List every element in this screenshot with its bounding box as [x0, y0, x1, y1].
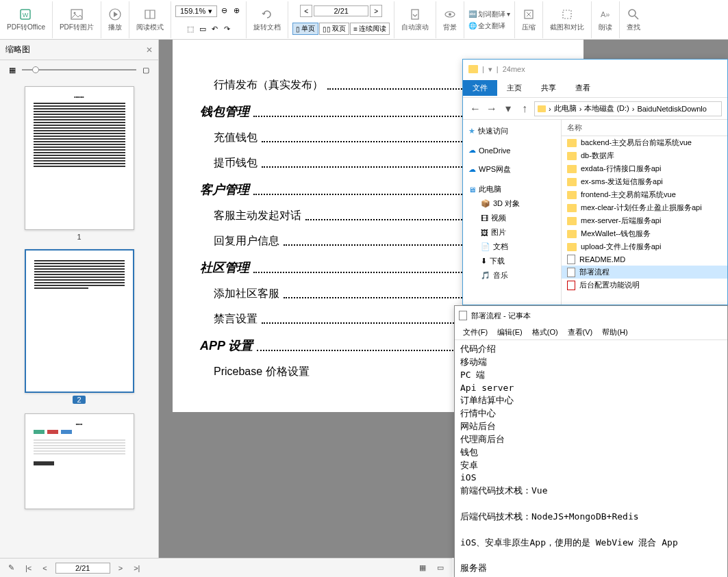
page-input[interactable] — [314, 5, 368, 16]
tree-pic[interactable]: 🖼图片 — [466, 225, 558, 240]
file-row[interactable]: backend-主交易后台前端系统vue — [562, 136, 727, 149]
find-button[interactable]: 查找 — [623, 6, 644, 34]
rotate-right-icon[interactable]: ↷ — [222, 23, 233, 34]
rotate-button[interactable]: 旋转文档 — [249, 6, 285, 34]
file-row[interactable]: 后台配置功能说明 — [562, 279, 727, 292]
address-bar[interactable]: ›此电脑 ›本地磁盘 (D:) ›BaiduNetdiskDownlo — [534, 101, 722, 116]
menu-format[interactable]: 格式(O) — [528, 326, 562, 339]
tree-docs[interactable]: 📄文档 — [466, 240, 558, 254]
zoom-in-button[interactable]: ⊕ — [231, 5, 242, 16]
compress-button[interactable]: 压缩 — [518, 6, 540, 34]
thumbnail-1[interactable]: ■■■■■■ 1 — [25, 86, 134, 241]
play-button[interactable]: 播放 — [104, 6, 126, 34]
last-page-button[interactable]: >| — [131, 563, 142, 574]
book-icon — [143, 8, 157, 21]
tree-3d[interactable]: 📦3D 对象 — [466, 196, 558, 211]
status-page-input[interactable] — [55, 563, 110, 574]
tree-download[interactable]: ⬇下载 — [466, 254, 558, 268]
menu-view[interactable]: 查看(V) — [564, 326, 597, 339]
eye-icon — [443, 8, 457, 21]
next-page-button[interactable]: > — [370, 5, 382, 17]
menu-help[interactable]: 帮助(H) — [598, 326, 631, 339]
pdf-to-image-button[interactable]: PDF转图片 — [55, 6, 98, 34]
tree-onedrive[interactable]: ☁OneDrive — [466, 144, 558, 157]
double-page-button[interactable]: ▯▯双页 — [319, 23, 349, 35]
thumbnail-3[interactable]: ■■■■ — [25, 413, 134, 509]
file-row[interactable]: exdata-行情接口服务api — [562, 162, 727, 175]
read-aloud-button[interactable]: A» 朗读 — [594, 6, 616, 34]
prev-button[interactable]: < — [40, 563, 49, 574]
file-row[interactable]: upload-文件上传服务api — [562, 240, 727, 253]
notepad-titlebar[interactable]: 部署流程 - 记事本 — [455, 306, 727, 325]
notepad-menubar: 文件(F) 编辑(E) 格式(O) 查看(V) 帮助(H) — [455, 325, 727, 340]
continuous-button[interactable]: ≡连续阅读 — [350, 23, 390, 35]
close-panel-button[interactable]: ✕ — [146, 45, 153, 55]
pdf-to-office-button[interactable]: W PDF转Office — [3, 6, 49, 34]
first-page-button[interactable]: |< — [23, 563, 34, 574]
view-icon-1[interactable]: ▦ — [416, 562, 429, 574]
file-row[interactable]: frontend-主交易前端系统vue — [562, 188, 727, 201]
file-row[interactable]: mex-clear-计划任务止盈止损服务api — [562, 201, 727, 214]
fit-page-icon[interactable]: ▭ — [197, 23, 208, 34]
thumbnail-2[interactable]: 2 — [25, 249, 134, 405]
next-button[interactable]: > — [116, 563, 125, 574]
chevron-down-icon: ▾ — [208, 7, 212, 16]
file-explorer-window: |▾| 24mex 文件 主页 共享 查看 ← → ▾ ↑ ›此电脑 ›本地磁盘… — [462, 59, 728, 305]
file-row[interactable]: 部署流程 — [562, 266, 727, 279]
screenshot-button[interactable]: 截图和对比 — [546, 6, 588, 34]
svg-rect-9 — [563, 10, 571, 18]
thumbnails-panel: 缩略图 ✕ ▦ ▢ ■■■■■■ 1 2 ■■■■ — [0, 40, 159, 558]
zoom-box[interactable]: 159.1%▾ — [175, 5, 217, 17]
prev-page-button[interactable]: < — [300, 5, 312, 17]
auto-scroll-button[interactable]: 自动滚动 — [397, 6, 433, 34]
office-icon: W — [19, 8, 33, 21]
single-page-button[interactable]: ▯单页 — [292, 23, 318, 35]
file-row[interactable]: db-数据库 — [562, 149, 727, 162]
tree-music[interactable]: 🎵音乐 — [466, 268, 558, 283]
menu-edit[interactable]: 编辑(E) — [493, 326, 527, 339]
full-translate-button[interactable]: 🌐全文翻译 — [468, 21, 505, 31]
menu-file[interactable]: 文件(F) — [459, 326, 492, 339]
file-row[interactable]: MexWallet--钱包服务 — [562, 227, 727, 240]
pdf-toolbar: W PDF转Office PDF转图片 播放 阅读模式 159.1%▾ ⊖ ⊕ … — [0, 0, 728, 40]
tree-quick-access[interactable]: ★快速访问 — [466, 124, 558, 138]
tab-file[interactable]: 文件 — [463, 80, 497, 96]
tree-wps[interactable]: ☁WPS网盘 — [466, 162, 558, 177]
image-icon — [70, 8, 84, 21]
history-button[interactable]: ▾ — [501, 102, 515, 116]
thumbnail-size-slider[interactable]: ▦ ▢ — [0, 60, 158, 79]
fit-width-icon[interactable]: ⬚ — [185, 23, 196, 34]
view-icon-2[interactable]: ▭ — [434, 562, 447, 574]
folder-icon — [468, 65, 478, 73]
tree-video[interactable]: 🎞视频 — [466, 211, 558, 225]
notepad-textarea[interactable]: 代码介绍 移动端 PC 端 Api server 订单结算中心 行情中心 网站后… — [455, 340, 727, 577]
tab-home[interactable]: 主页 — [497, 80, 531, 96]
explorer-titlebar[interactable]: |▾| 24mex — [463, 60, 727, 79]
svg-rect-5 — [412, 10, 418, 19]
tool-icon[interactable]: ✎ — [5, 562, 17, 574]
column-name[interactable]: 名称 — [562, 120, 727, 136]
word-translate-button[interactable]: 🔤划词翻译▾ — [468, 10, 510, 19]
file-row[interactable]: README.MD — [562, 253, 727, 266]
tab-share[interactable]: 共享 — [531, 80, 566, 96]
play-icon — [108, 8, 122, 21]
forward-button[interactable]: → — [485, 102, 499, 116]
background-button[interactable]: 背景 — [439, 6, 461, 34]
read-mode-button[interactable]: 阅读模式 — [132, 6, 168, 34]
back-button[interactable]: ← — [468, 102, 482, 116]
svg-line-12 — [635, 16, 638, 19]
rotate-left-icon[interactable]: ↶ — [210, 23, 221, 34]
grid-icon: ▦ — [7, 64, 18, 75]
svg-point-7 — [449, 13, 451, 16]
scroll-icon — [408, 8, 422, 21]
tree-thispc[interactable]: 🖥此电脑 — [466, 182, 558, 196]
single-icon: ▢ — [140, 64, 151, 75]
up-button[interactable]: ↑ — [518, 102, 531, 116]
tab-view[interactable]: 查看 — [566, 80, 600, 96]
file-row[interactable]: ex-sms-发送短信服务api — [562, 175, 727, 188]
translate-icon: 🔤 — [468, 10, 477, 18]
compress-icon — [522, 8, 536, 21]
svg-rect-2 — [71, 10, 82, 19]
file-row[interactable]: mex-server-后端服务api — [562, 214, 727, 227]
zoom-out-button[interactable]: ⊖ — [218, 5, 229, 16]
